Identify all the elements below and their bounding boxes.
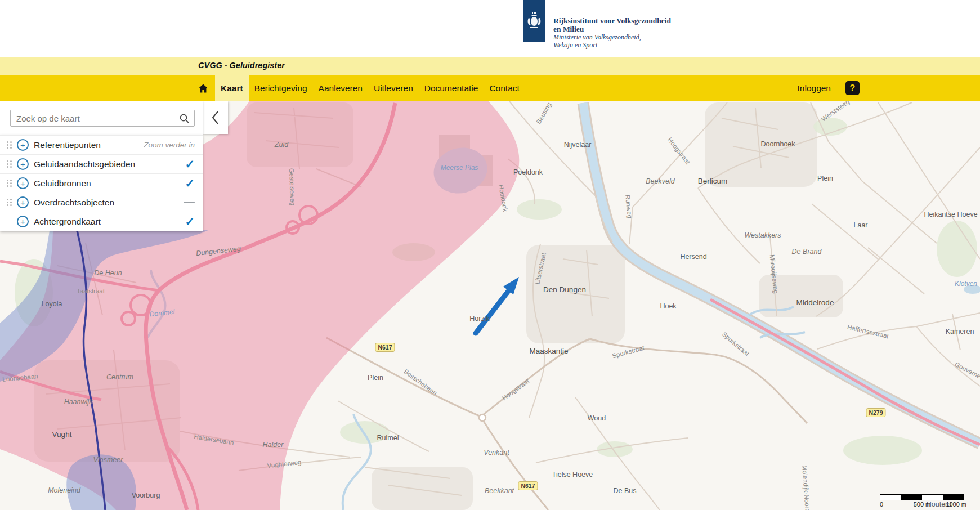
home-icon[interactable]: [191, 75, 215, 101]
drag-handle-icon[interactable]: [7, 180, 12, 187]
checkmark-icon[interactable]: ✓: [185, 158, 195, 170]
logo-line3: Ministerie van Volksgezondheid,: [553, 33, 733, 41]
layer-label: Geluidaandachtsgebieden: [34, 159, 135, 169]
collapse-panel-button[interactable]: [203, 101, 228, 134]
layer-row-referentiepunten[interactable]: +ReferentiepuntenZoom verder in: [0, 135, 203, 154]
search-input[interactable]: [10, 110, 195, 127]
scale-bar: 0 500 m 1000 m: [880, 494, 964, 509]
nav-items: KaartBerichtgevingAanleverenUitleverenDo…: [215, 75, 525, 101]
expand-layer-icon[interactable]: +: [17, 139, 29, 151]
indeterminate-icon[interactable]: [184, 202, 195, 203]
logo-line4: Welzijn en Sport: [553, 41, 733, 49]
nav-item-aanleveren[interactable]: Aanleveren: [313, 75, 368, 101]
scale-label-500: 500 m: [914, 501, 931, 508]
expand-layer-icon[interactable]: +: [17, 196, 29, 208]
rivm-coat-of-arms-icon: [523, 0, 545, 42]
help-icon[interactable]: ?: [845, 81, 860, 95]
app-title: CVGG - Geluidregister: [198, 61, 285, 70]
nav-item-berichtgeving[interactable]: Berichtgeving: [249, 75, 313, 101]
main-nav: KaartBerichtgevingAanleverenUitleverenDo…: [0, 75, 980, 101]
layer-row-overdrachtsobjecten[interactable]: +Overdrachtsobjecten: [0, 193, 203, 212]
checkmark-icon[interactable]: ✓: [185, 177, 195, 189]
nav-item-uitleveren[interactable]: Uitleveren: [368, 75, 419, 101]
layer-list: +ReferentiepuntenZoom verder in+Geluidaa…: [0, 135, 203, 231]
drag-handle-icon[interactable]: [7, 199, 12, 206]
page-header: Rijksinstituut voor Volksgezondheid en M…: [0, 0, 980, 57]
search-box: [0, 101, 203, 135]
scale-label-1000: 1000 m: [946, 501, 966, 508]
map-canvas[interactable]: ZuidGestelsewegMeerse PlasDungensewegBeu…: [0, 101, 980, 510]
layer-label: Referentiepunten: [34, 140, 101, 150]
layer-row-achtergrondkaart[interactable]: +Achtergrondkaart✓: [0, 212, 203, 231]
drag-handle-icon[interactable]: [7, 141, 12, 149]
login-button[interactable]: Inloggen: [798, 83, 831, 93]
zoom-hint: Zoom verder in: [144, 141, 195, 149]
logo-line1: Rijksinstituut voor Volksgezondheid: [553, 16, 733, 25]
expand-layer-icon[interactable]: +: [17, 216, 29, 227]
expand-layer-icon[interactable]: +: [17, 158, 29, 170]
layer-label: Geluidbronnen: [34, 178, 91, 189]
layer-row-geluidbronnen[interactable]: +Geluidbronnen✓: [0, 173, 203, 193]
layer-label: Overdrachtsobjecten: [34, 198, 114, 208]
logo-line2: en Milieu: [553, 25, 733, 33]
layer-row-geluidaandachtsgebieden[interactable]: +Geluidaandachtsgebieden✓: [0, 154, 203, 173]
nav-item-contact[interactable]: Contact: [484, 75, 525, 101]
checkmark-icon[interactable]: ✓: [185, 216, 195, 227]
expand-layer-icon[interactable]: +: [17, 177, 29, 189]
app-title-bar: CVGG - Geluidregister: [0, 57, 980, 75]
scale-label-0: 0: [880, 501, 883, 508]
nav-item-documentatie[interactable]: Documentatie: [419, 75, 484, 101]
drag-handle-icon[interactable]: [7, 160, 12, 168]
nav-item-kaart[interactable]: Kaart: [215, 75, 249, 101]
arrow-annotation: [476, 277, 519, 333]
search-icon[interactable]: [179, 113, 190, 126]
layer-label: Achtergrondkaart: [34, 217, 101, 227]
